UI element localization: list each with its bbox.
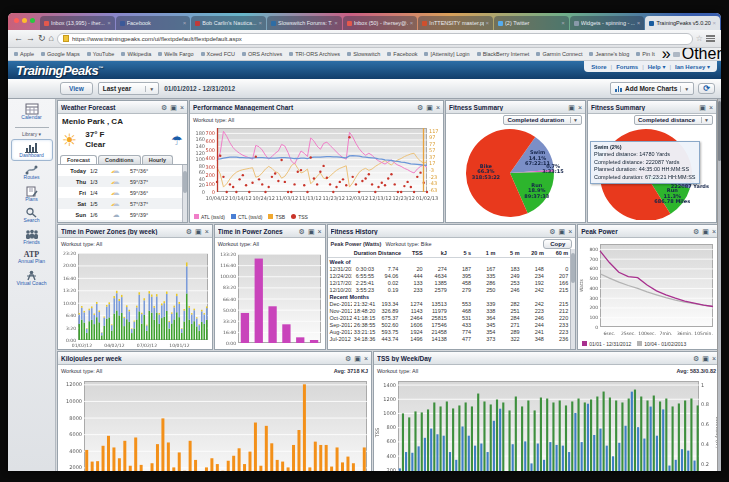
utility-link[interactable]: Help ▾ — [648, 63, 666, 70]
tab-close-icon[interactable]: × — [183, 20, 187, 26]
close-icon[interactable]: × — [709, 104, 713, 111]
browser-tab[interactable]: Facebook× — [116, 16, 191, 30]
pin-icon[interactable]: ▣ — [699, 104, 706, 111]
zoom-window-button[interactable] — [30, 18, 35, 23]
gear-icon[interactable]: ⚙ — [161, 104, 167, 111]
home-button[interactable]: ⌂ — [49, 34, 54, 43]
weather-scrollbar[interactable] — [182, 165, 187, 222]
utility-link[interactable]: Forums — [616, 64, 638, 70]
pin-icon[interactable]: ▣ — [308, 228, 315, 235]
pin-icon[interactable]: ▣ — [170, 104, 177, 111]
close-window-button[interactable] — [14, 18, 19, 23]
bookmark-item[interactable]: Wikipedia — [121, 51, 151, 57]
tab-close-icon[interactable]: × — [334, 20, 338, 26]
reload-button[interactable]: ↻ — [38, 34, 46, 43]
view-button[interactable]: View — [60, 82, 93, 95]
close-icon[interactable]: × — [205, 228, 209, 235]
close-icon[interactable]: × — [180, 104, 184, 111]
column-header[interactable] — [328, 249, 352, 258]
bookmark-item[interactable]: BlackBerry Internet — [477, 51, 530, 57]
pin-icon[interactable]: ▣ — [559, 228, 566, 235]
bookmark-item[interactable]: Pin It — [636, 51, 655, 57]
gear-icon[interactable]: ⚙ — [693, 228, 699, 235]
weather-tab-forecast[interactable]: Forecast — [60, 155, 97, 164]
bookmark-item[interactable]: Apple — [14, 51, 34, 57]
close-icon[interactable]: × — [568, 228, 572, 235]
column-header[interactable]: 20 m — [522, 249, 546, 258]
gear-icon[interactable]: ⚙ — [693, 355, 699, 362]
add-more-charts-button[interactable]: Add More Charts▼ — [610, 82, 694, 95]
summary-mode-select[interactable]: Completed duration▼ — [503, 115, 582, 125]
bookmark-item[interactable]: TRI-ORS Archives — [289, 51, 340, 57]
gear-icon[interactable]: ⚙ — [186, 228, 192, 235]
browser-tab[interactable]: Inbox (50) - ihersey@...× — [343, 16, 418, 30]
gear-icon[interactable]: ⚙ — [549, 228, 555, 235]
close-icon[interactable]: × — [318, 228, 322, 235]
browser-tab[interactable]: (2) Twitter× — [494, 16, 569, 30]
browser-tab[interactable]: Slowswitch Forums: T...× — [267, 16, 342, 30]
tab-close-icon[interactable]: × — [561, 20, 565, 26]
tab-close-icon[interactable]: × — [637, 20, 641, 26]
bookmark-item[interactable]: [Attensity] Login — [424, 51, 469, 57]
column-header[interactable]: Duration — [352, 249, 376, 258]
close-icon[interactable]: × — [712, 355, 716, 362]
pin-icon[interactable]: ▣ — [354, 355, 361, 362]
bookmark-item[interactable]: Jeanne's blog — [589, 51, 629, 57]
sidebar-item-calendar[interactable]: Calendar — [11, 101, 53, 123]
library-header[interactable]: Library ▾ — [22, 131, 41, 137]
column-header[interactable]: 1 m — [473, 249, 497, 258]
bookmark-item[interactable]: Garmin Connect — [536, 51, 582, 57]
browser-tab[interactable]: Bob Carlin's Nautica...× — [191, 16, 266, 30]
tab-close-icon[interactable]: × — [713, 20, 717, 26]
close-icon[interactable]: × — [712, 228, 716, 235]
forward-button[interactable]: → — [26, 34, 35, 43]
pin-icon[interactable]: ▣ — [702, 355, 709, 362]
back-button[interactable]: ← — [14, 34, 23, 43]
pin-icon[interactable]: ▣ — [426, 104, 433, 111]
bookmark-item[interactable]: Google Maps — [41, 51, 80, 57]
gear-icon[interactable]: ⚙ — [345, 355, 351, 362]
bookmark-item[interactable]: Xceed FCU — [201, 51, 235, 57]
gear-icon[interactable]: ⚙ — [417, 104, 423, 111]
bookmark-item[interactable]: ORS Archives — [242, 51, 282, 57]
bookmark-item[interactable]: Wells Fargo — [158, 51, 193, 57]
address-bar[interactable]: https://www.trainingpeaks.com/ui/flextpd… — [57, 33, 693, 45]
date-range-select[interactable]: Last year▼ — [98, 82, 160, 95]
pin-icon[interactable]: ▣ — [568, 104, 575, 111]
column-header[interactable]: 5 s — [449, 249, 473, 258]
utility-link[interactable]: Ian Hersey ▾ — [675, 63, 710, 70]
pin-icon[interactable]: ▣ — [195, 228, 202, 235]
dashboard-scrollbar[interactable] — [717, 99, 721, 471]
column-header[interactable]: 60 m — [546, 249, 570, 258]
refresh-button[interactable]: ⟳ — [698, 83, 715, 94]
table-scrollbar[interactable] — [570, 249, 575, 349]
tab-close-icon[interactable]: × — [259, 20, 263, 26]
utility-link[interactable]: Store — [591, 64, 606, 70]
sidebar-item-routes[interactable]: Routes — [11, 162, 53, 183]
sidebar-item-plans[interactable]: Plans — [11, 184, 53, 205]
tab-close-icon[interactable]: × — [410, 20, 414, 26]
summary-mode-select[interactable]: Completed distance▼ — [634, 115, 713, 125]
column-header[interactable]: Distance — [376, 249, 400, 258]
bookmark-item[interactable]: Slowswitch — [347, 51, 380, 57]
sidebar-item-search[interactable]: Search — [11, 205, 53, 226]
sidebar-item-dashboard[interactable]: Dashboard — [11, 139, 53, 162]
minimize-window-button[interactable] — [22, 18, 27, 23]
bookmark-item[interactable]: YouTube — [87, 51, 115, 57]
browser-tab[interactable]: TrainingPeaks v5.0.20...× — [645, 16, 720, 30]
sidebar-item-annual-plan[interactable]: ATPAnnual Plan — [11, 248, 53, 267]
close-icon[interactable]: × — [364, 355, 368, 362]
column-header[interactable]: TSS — [400, 249, 424, 258]
weather-tab-conditions[interactable]: Conditions — [98, 155, 141, 164]
other-bookmarks-button[interactable]: »Other Bookmarks — [662, 48, 721, 61]
bookmark-star-icon[interactable]: ☆ — [696, 34, 703, 43]
copy-button[interactable]: Copy — [543, 239, 572, 249]
column-header[interactable]: 5 m — [497, 249, 521, 258]
close-icon[interactable]: × — [578, 104, 582, 111]
bookmark-item[interactable]: Facebook — [387, 51, 417, 57]
gear-icon[interactable]: ⚙ — [299, 228, 305, 235]
browser-tab[interactable]: InTTENSITY master.pptx× — [418, 16, 493, 30]
browser-menu-icon[interactable] — [706, 35, 715, 42]
browser-tab[interactable]: Widgets - spinning - ...× — [570, 16, 645, 30]
tab-close-icon[interactable]: × — [107, 20, 111, 26]
